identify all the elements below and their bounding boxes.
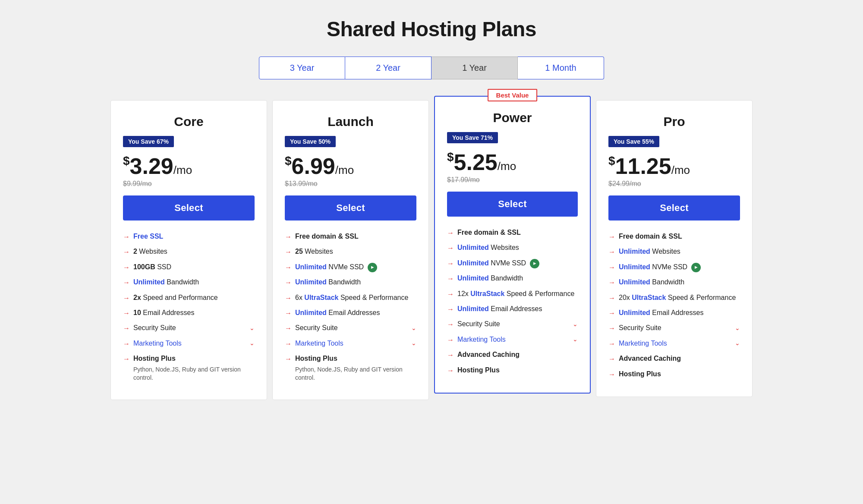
plans-grid: Core You Save 67% $3.29/mo $9.99/mo Sele… [108,100,755,400]
feature-expandable-marketing[interactable]: Marketing Tools ⌄ [133,339,255,348]
feature-item: → Advanced Caching [608,354,740,364]
chevron-down-icon: ⌄ [735,324,740,333]
feature-item: → Unlimited Bandwidth [123,277,255,287]
feature-text: Marketing Tools [133,339,182,348]
arrow-icon: → [285,309,292,318]
chevron-down-icon: ⌄ [411,324,416,333]
feature-item: → 20x UltraStack Speed & Performance [608,293,740,303]
feature-item: → 100GB SSD [123,262,255,272]
feature-expandable[interactable]: Security Suite ⌄ [295,323,416,333]
feature-text: Hosting Plus Python, Node.JS, Ruby and G… [133,354,255,382]
feature-text: Unlimited Bandwidth [619,277,684,287]
feature-item: → Hosting Plus [608,369,740,379]
plan-pro-price-section: $11.25/mo [608,155,740,177]
arrow-icon: → [123,278,130,287]
chevron-down-icon: ⌄ [249,339,255,348]
plan-pro-savings: You Save 55% [608,136,659,147]
feature-text: Security Suite [295,323,338,333]
arrow-icon: → [123,232,130,242]
plan-power-name: Power [447,110,578,125]
feature-text: Advanced Caching [457,350,520,359]
plan-power-features: → Free domain & SSL → Unlimited Websites… [447,228,578,375]
arrow-icon: → [285,293,292,303]
feature-text: Unlimited Email Addresses [619,308,704,318]
feature-item: → Unlimited NVMe SSD ▶ [447,258,578,268]
billing-tabs: 3 Year 2 Year 1 Year 1 Month [108,57,755,79]
arrow-icon: → [447,290,454,299]
feature-text: Unlimited Email Addresses [295,308,380,318]
arrow-icon: → [123,263,130,272]
feature-text: 12x UltraStack Speed & Performance [457,289,574,299]
feature-expandable-marketing[interactable]: Marketing Tools ⌄ [619,339,740,348]
arrow-icon: → [447,320,454,329]
speed-icon: ▶ [691,263,701,272]
plan-power-select-button[interactable]: Select [447,192,578,217]
feature-text: Advanced Caching [619,354,681,363]
feature-text: Unlimited Bandwidth [133,277,199,287]
plan-power: Best Value Power You Save 71% $5.25/mo $… [434,96,591,394]
plan-pro-name: Pro [608,114,740,129]
feature-text: Hosting Plus Python, Node.JS, Ruby and G… [295,354,416,382]
arrow-icon: → [123,309,130,318]
arrow-icon: → [447,305,454,314]
feature-item: → Unlimited Email Addresses [608,308,740,318]
page-title: Shared Hosting Plans [108,17,755,41]
plan-core-name: Core [123,114,255,129]
tab-2year[interactable]: 2 Year [345,57,432,79]
arrow-icon: → [447,228,454,238]
feature-item: → Hosting Plus Python, Node.JS, Ruby and… [285,354,416,382]
feature-item: → Marketing Tools ⌄ [285,339,416,349]
arrow-icon: → [285,324,292,333]
arrow-icon: → [447,350,454,360]
feature-text: Unlimited Email Addresses [457,304,542,314]
plan-core-select-button[interactable]: Select [123,195,255,220]
arrow-icon: → [123,354,130,364]
feature-text: Free domain & SSL [619,232,682,241]
tab-1month[interactable]: 1 Month [518,57,604,79]
chevron-down-icon: ⌄ [249,324,255,333]
plan-core: Core You Save 67% $3.29/mo $9.99/mo Sele… [110,100,267,400]
feature-item: → Marketing Tools ⌄ [608,339,740,349]
plan-pro-features: → Free domain & SSL → Unlimited Websites… [608,232,740,379]
feature-text: Unlimited NVMe SSD ▶ [619,262,701,272]
feature-text: Marketing Tools [457,335,506,344]
feature-expandable[interactable]: Security Suite ⌄ [619,323,740,333]
plan-power-price: $5.25/mo [447,151,578,173]
speed-icon: ▶ [530,259,539,268]
feature-text: 2 Websites [133,247,167,256]
arrow-icon: → [447,366,454,375]
feature-text: Free domain & SSL [295,232,359,241]
feature-text: Unlimited NVMe SSD ▶ [457,258,539,268]
plan-core-features: → Free SSL → 2 Websites → 100GB SSD → Un… [123,232,255,382]
plan-pro: Pro You Save 55% $11.25/mo $24.99/mo Sel… [596,100,753,397]
plan-pro-select-button[interactable]: Select [608,195,740,220]
feature-expandable[interactable]: Security Suite ⌄ [133,323,255,333]
feature-item: → Unlimited Email Addresses [447,304,578,314]
feature-expandable-marketing[interactable]: Marketing Tools ⌄ [295,339,416,348]
arrow-icon: → [123,293,130,303]
feature-item: → Unlimited Bandwidth [608,277,740,287]
feature-text: Unlimited Websites [457,243,519,252]
tab-1year[interactable]: 1 Year [432,57,518,79]
best-value-badge: Best Value [488,89,538,101]
arrow-icon: → [608,324,615,333]
plan-core-original-price: $9.99/mo [123,180,255,188]
feature-text: Hosting Plus [457,365,500,375]
plan-launch-select-button[interactable]: Select [285,195,416,220]
plan-core-price: $3.29/mo [123,155,255,177]
feature-item: → 6x UltraStack Speed & Performance [285,293,416,303]
feature-item: → Unlimited NVMe SSD ▶ [608,262,740,272]
feature-text: Security Suite [133,323,176,333]
arrow-icon: → [285,247,292,257]
chevron-down-icon: ⌄ [735,339,740,348]
chevron-down-icon: ⌄ [411,339,416,348]
arrow-icon: → [608,263,615,272]
feature-expandable[interactable]: Security Suite ⌄ [457,319,578,329]
plan-pro-price: $11.25/mo [608,155,740,177]
feature-item: → Hosting Plus Python, Node.JS, Ruby and… [123,354,255,382]
feature-text: 6x UltraStack Speed & Performance [295,293,408,302]
feature-text: Free domain & SSL [457,228,521,237]
tab-3year[interactable]: 3 Year [259,57,345,79]
feature-item: → Unlimited Websites [447,243,578,253]
feature-expandable-marketing[interactable]: Marketing Tools ⌄ [457,335,578,344]
